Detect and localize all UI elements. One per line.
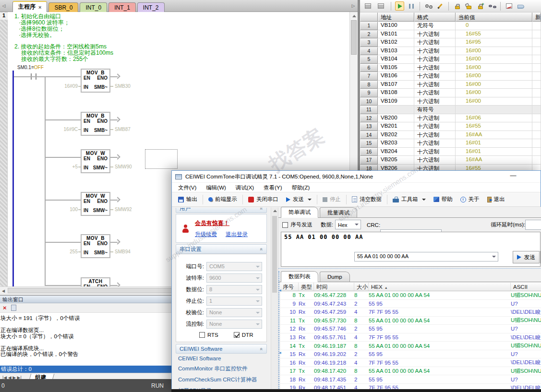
address-cell[interactable]: VB203 [378, 139, 414, 148]
software-link[interactable]: CommCheckSum CRC计算神器 [178, 376, 268, 383]
current-value-cell[interactable]: 16#AA [456, 156, 532, 165]
toolbar-output-button[interactable]: 输出 [174, 194, 201, 205]
write-lock-icon[interactable] [476, 1, 485, 11]
menu-文件(V)[interactable]: 文件(V) [173, 183, 201, 192]
format-cell[interactable]: 十六进制 [414, 38, 456, 47]
selection-rectangle[interactable] [145, 149, 178, 169]
new-value-cell[interactable] [532, 55, 541, 64]
ladder-block-mov_w[interactable]: MOV_WENENOINSMW~ [81, 149, 110, 173]
new-value-cell[interactable] [532, 131, 541, 140]
clear-output-icon[interactable]: × [3, 305, 7, 311]
editor-tab-INT_0[interactable]: INT_0 [80, 2, 107, 12]
data-format-select[interactable]: Hex [335, 220, 361, 229]
field-select-数据位[interactable]: 8 [206, 285, 262, 294]
new-value-cell[interactable] [532, 22, 541, 30]
new-chart-icon[interactable] [363, 1, 373, 11]
row-header[interactable]: 3 [360, 38, 378, 47]
column-header-type[interactable]: 类型 [299, 283, 314, 291]
row-header[interactable]: 6 [360, 64, 378, 72]
data-row[interactable]: 8Tx09:45.47.228855 AA 01 00 00 00 AA 54U… [280, 291, 541, 300]
send-button[interactable]: 发送 [513, 251, 540, 263]
toolbar-toolbox-button[interactable]: 工具箱 [389, 194, 430, 205]
current-value-cell[interactable] [456, 106, 532, 114]
current-value-cell[interactable]: 16#00 [456, 64, 532, 72]
horizontal-splitter[interactable] [278, 268, 541, 271]
loop-delay-input[interactable] [525, 220, 541, 230]
row-header[interactable]: 12 [360, 114, 378, 123]
new-value-cell[interactable] [532, 47, 541, 56]
field-select-校验位[interactable]: None [206, 308, 262, 317]
row-header[interactable]: 15 [360, 139, 378, 148]
format-cell[interactable]: 十六进制 [414, 148, 456, 156]
format-cell[interactable]: 十六进制 [414, 89, 456, 97]
format-cell[interactable]: 十六进制 [414, 131, 456, 140]
toolbar-clear-data-button[interactable]: 清空数据 [348, 194, 385, 205]
new-value-cell[interactable] [532, 38, 541, 47]
current-value-cell[interactable]: 16#95 [456, 38, 532, 47]
field-select-端口号[interactable]: COM5 [206, 262, 262, 271]
data-row[interactable]: 17Tx09:48.17.420855 AA 01 00 00 00 AA 54… [280, 367, 541, 376]
current-value-cell[interactable]: 16#01 [456, 139, 532, 148]
member-headline-link[interactable]: 会员有惊喜！ [195, 219, 248, 227]
data-row[interactable]: 10Rx09:45.47.25947F 7F 95 55\DEL\DEL睃 [280, 308, 541, 317]
toolbar-exit-button[interactable]: 退出 [483, 194, 509, 205]
ladder-block-mov_b[interactable]: MOV_BENENOINSMB~ [81, 234, 110, 258]
column-header-address[interactable]: 地址 [378, 12, 414, 22]
data-row[interactable]: 12Rx09:45.57.746255 95U? [280, 325, 541, 333]
current-value-cell[interactable]: 16#55 [456, 122, 532, 131]
menu-查看(Y)[interactable]: 查看(Y) [259, 183, 287, 192]
new-value-cell[interactable] [532, 89, 541, 97]
data-row[interactable]: 13Rx09:45.57.76147F 7F 95 55\DEL\DEL睃 [280, 333, 541, 342]
address-cell[interactable]: VB107 [378, 81, 414, 89]
row-header[interactable]: 16 [360, 148, 378, 156]
row-header[interactable]: 2 [360, 30, 378, 39]
row-header[interactable]: 11 [360, 106, 378, 114]
format-cell[interactable]: 十六进制 [414, 30, 456, 39]
address-cell[interactable]: VB205 [378, 156, 414, 165]
tab-批量调试[interactable]: 批量调试 [320, 207, 357, 217]
ladder-block-atch[interactable]: ATCHENENOIN [81, 277, 110, 286]
tab-scroll-right-button[interactable]: ▷ [350, 2, 357, 10]
pause-icon[interactable] [407, 1, 416, 11]
format-cell[interactable]: 十六进制 [414, 64, 456, 72]
edit-icon[interactable] [435, 1, 445, 11]
new-value-cell[interactable] [532, 122, 541, 131]
menu-帮助(Z)[interactable]: 帮助(Z) [287, 183, 315, 192]
editor-tab-INT_2[interactable]: INT_2 [137, 2, 165, 12]
row-header[interactable]: 14 [360, 131, 378, 140]
logout-link[interactable]: 退出登录 [226, 231, 248, 238]
data-row[interactable]: 15Rx09:46.19.202255 95U? [280, 350, 541, 359]
address-cell[interactable] [378, 106, 414, 114]
current-value-cell[interactable]: 16#00 [456, 81, 532, 89]
vertical-splitter[interactable]: ◀◀ [278, 271, 280, 392]
address-cell[interactable]: VB109 [378, 97, 414, 106]
software-link[interactable]: CEIWEI Software [178, 356, 268, 361]
lock-icon[interactable] [453, 1, 462, 11]
current-value-cell[interactable]: 16#AA [456, 131, 532, 140]
address-cell[interactable]: VB108 [378, 89, 414, 97]
format-cell[interactable]: 无符号 [414, 22, 456, 30]
tab-简单调试[interactable]: 简单调试 [281, 207, 318, 218]
new-value-cell[interactable] [532, 97, 541, 106]
current-value-cell[interactable]: 16#00 [456, 72, 532, 81]
address-cell[interactable]: VB102 [378, 38, 414, 47]
data-row[interactable]: 14Tx09:46.19.187855 AA 01 00 00 00 AA 54… [280, 342, 541, 350]
format-cell[interactable]: 十六进制 [414, 139, 456, 148]
renew-link[interactable]: 升级续费 [195, 231, 217, 238]
delete-chart-icon[interactable] [376, 1, 385, 11]
view-icon[interactable] [487, 1, 496, 11]
collapse-icon[interactable]: « [259, 347, 264, 350]
minimize-button[interactable]: — [503, 171, 523, 182]
tab-数据列表[interactable]: 数据列表 [281, 271, 318, 282]
current-value-cell[interactable]: 16#01 [456, 148, 532, 156]
collapse-icon[interactable]: « [259, 248, 264, 250]
format-cell[interactable]: 有符号 [414, 106, 456, 114]
format-cell[interactable]: 十六进制 [414, 114, 456, 123]
dropdown-arrow-icon[interactable] [308, 199, 312, 201]
sequence-send-checkbox[interactable]: 序号发送 [282, 220, 313, 230]
format-cell[interactable]: 十六进制 [414, 97, 456, 106]
format-cell[interactable]: 十六进制 [414, 122, 456, 131]
row-header[interactable]: 9 [360, 89, 378, 97]
current-value-cell[interactable]: 16#00 [456, 89, 532, 97]
tab-scroll-left-button[interactable]: ◁ [0, 2, 7, 10]
